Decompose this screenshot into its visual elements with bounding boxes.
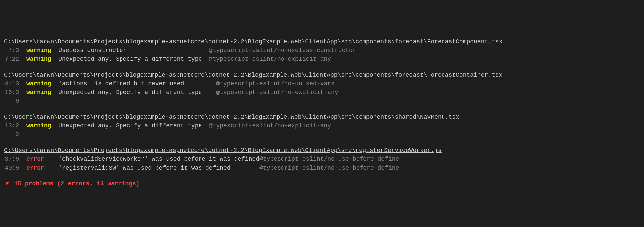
error-icon: ✖ (4, 179, 11, 188)
file-path[interactable]: C:\Users\tarwn\Documents\Projects\blogex… (4, 114, 459, 120)
issue-message: Unexpected any. Specify a different type (58, 55, 209, 63)
lint-output: C:\Users\tarwn\Documents\Projects\blogex… (4, 37, 640, 188)
issue-location: 37:9 (4, 155, 26, 163)
issue-message: 'registerValidSW' was used before it was… (58, 164, 259, 172)
issue-location: 7:3 (4, 46, 26, 55)
summary-line: ✖ 15 problems (2 errors, 13 warnings) (4, 179, 640, 188)
issue-location: 16:39 (4, 88, 26, 105)
issue-severity: warning (26, 88, 58, 105)
issue-rule: @typescript-eslint/no-unused-vars (216, 79, 334, 88)
file-block: C:\Users\tarwn\Documents\Projects\blogex… (4, 71, 640, 105)
issue-row: 13:22warningUnexpected any. Specify a di… (4, 121, 640, 139)
issue-message: 'actions' is defined but never used (58, 79, 216, 88)
issue-row: 4:13warning'actions' is defined but neve… (4, 79, 640, 88)
summary-text: 15 problems (2 errors, 13 warnings) (11, 180, 140, 187)
issue-severity: error (26, 155, 58, 163)
issue-location: 13:22 (4, 121, 26, 139)
file-path[interactable]: C:\Users\tarwn\Documents\Projects\blogex… (4, 72, 502, 78)
issue-message: Useless constructor (58, 46, 209, 55)
issue-severity: warning (26, 46, 58, 55)
file-block: C:\Users\tarwn\Documents\Projects\blogex… (4, 146, 640, 172)
issue-row: 16:39warningUnexpected any. Specify a di… (4, 88, 640, 105)
file-block: C:\Users\tarwn\Documents\Projects\blogex… (4, 113, 640, 139)
issue-severity: warning (26, 121, 58, 139)
issue-message: Unexpected any. Specify a different type (58, 88, 216, 105)
issue-message: Unexpected any. Specify a different type (58, 121, 209, 139)
issue-severity: warning (26, 79, 58, 88)
file-path[interactable]: C:\Users\tarwn\Documents\Projects\blogex… (4, 147, 442, 154)
issue-row: 40:9error'registerValidSW' was used befo… (4, 164, 640, 172)
issue-location: 4:13 (4, 79, 26, 88)
issue-rule: @typescript-eslint/no-use-before-define (259, 155, 399, 163)
issue-location: 7:22 (4, 55, 26, 63)
issue-row: 7:22warningUnexpected any. Specify a dif… (4, 55, 640, 63)
issue-rule: @typescript-eslint/no-explicit-any (209, 55, 331, 63)
issue-rule: @typescript-eslint/no-explicit-any (209, 121, 331, 139)
issue-severity: error (26, 164, 58, 172)
issue-row: 7:3warningUseless constructor@typescript… (4, 46, 640, 55)
issue-rule: @typescript-eslint/no-explicit-any (216, 88, 338, 105)
issue-message: 'checkValidServiceWorker' was used befor… (58, 155, 259, 163)
file-block: C:\Users\tarwn\Documents\Projects\blogex… (4, 37, 640, 63)
issue-row: 37:9error'checkValidServiceWorker' was u… (4, 155, 640, 163)
issue-severity: warning (26, 55, 58, 63)
issue-location: 40:9 (4, 164, 26, 172)
file-path[interactable]: C:\Users\tarwn\Documents\Projects\blogex… (4, 38, 502, 45)
issue-rule: @typescript-eslint/no-useless-constructo… (209, 46, 356, 55)
issue-rule: @typescript-eslint/no-use-before-define (259, 164, 399, 172)
